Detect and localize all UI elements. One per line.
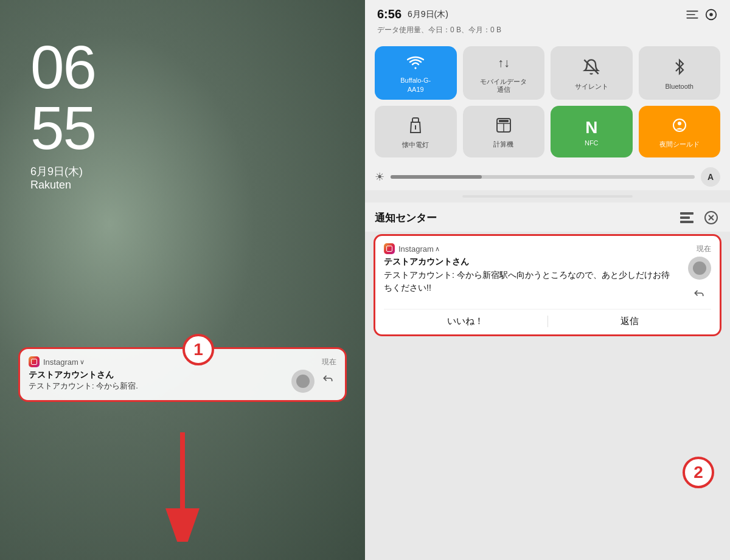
notif2-time: 現在 (697, 244, 711, 254)
notif-center-close-icon[interactable] (702, 209, 720, 227)
mobile-data-label: モバイルデータ通信 (480, 78, 527, 94)
notif2-reply-button[interactable] (690, 285, 707, 302)
quick-tiles-row2: 懐中電灯 計算機 N NFC (365, 106, 730, 164)
status-time: 6:56 (377, 7, 401, 21)
notif-center-list-icon[interactable] (678, 209, 696, 227)
svg-rect-2 (686, 10, 698, 12)
left-panel: 06 55 6月9日(木) Rakuten Instagram ∨ 現在 テスト… (0, 0, 365, 560)
notif2-text-area: テストアカウントさん テストアカウント: 今から新宿駅へ向かうところなので、あと… (384, 257, 676, 294)
status-date: 6月9日(木) (408, 9, 448, 20)
brightness-row: ☀ A (365, 164, 730, 190)
data-usage-bar: データ使用量、今日：0 B、今月：0 B (365, 24, 730, 40)
svg-rect-17 (680, 212, 693, 215)
settings-icon[interactable] (704, 8, 718, 21)
tile-flashlight[interactable]: 懐中電灯 (375, 106, 457, 157)
notif1-header: Instagram ∨ 現在 (29, 356, 336, 367)
svg-rect-3 (686, 14, 695, 15)
notif2-sender: テストアカウントさん (384, 257, 676, 268)
status-icons (686, 8, 718, 21)
brightness-icon: ☀ (375, 170, 384, 184)
tile-silent[interactable]: サイレント (551, 46, 633, 100)
bluetooth-label: Bluetooth (666, 82, 693, 91)
notif2-app-name: Instagram (398, 244, 434, 254)
notif2-message: テストアカウント: 今から新宿駅へ向かうところなので、あと少しだけお待ちください… (384, 269, 676, 294)
left-content: 06 55 6月9日(木) Rakuten (0, 0, 365, 192)
bluetooth-icon (673, 58, 686, 80)
notification-center-icons (678, 209, 720, 227)
swipe-down-arrow (164, 432, 201, 542)
like-button[interactable]: いいね！ (384, 316, 548, 327)
svg-rect-14 (499, 120, 509, 122)
divider (462, 195, 633, 198)
notif1-chevron: ∨ (80, 358, 85, 366)
notif1-body: テストアカウントさん テストアカウント: 今から新宿. (29, 370, 336, 393)
mobile-data-icon: ↑↓ (495, 55, 512, 75)
svg-rect-4 (686, 17, 698, 18)
notif2-chevron: ∧ (435, 245, 440, 253)
svg-rect-9 (412, 118, 419, 122)
notif2-avatar (688, 257, 711, 280)
calculator-label: 計算機 (493, 140, 513, 148)
notif1-text-area: テストアカウントさん テストアカウント: 今から新宿. (29, 370, 285, 392)
tile-bluetooth[interactable]: Bluetooth (639, 46, 721, 100)
notif1-time: 現在 (322, 357, 336, 367)
nfc-icon: N (585, 119, 597, 136)
nfc-label: NFC (585, 139, 599, 147)
silent-label: サイレント (575, 82, 608, 91)
calculator-icon (496, 117, 512, 137)
notif1-message: テストアカウント: 今から新宿. (29, 381, 285, 392)
notif2-body: テストアカウントさん テストアカウント: 今から新宿駅へ向かうところなので、あと… (384, 257, 711, 302)
data-usage-text: データ使用量、今日：0 B、今月：0 B (377, 26, 501, 34)
clock-hour: 06 (30, 36, 341, 97)
notification-center-header: 通知センター (365, 202, 730, 232)
carrier-display: Rakuten (30, 179, 341, 192)
brightness-bar[interactable] (391, 175, 695, 179)
notification-2[interactable]: Instagram ∧ 現在 テストアカウントさん テストアカウント: 今から新… (374, 234, 721, 336)
svg-rect-19 (680, 221, 693, 223)
badge-2: 2 (683, 457, 714, 488)
notif1-avatar (291, 370, 315, 393)
svg-rect-18 (680, 216, 690, 219)
wifi-icon (407, 55, 424, 74)
notif2-instagram-icon (384, 243, 395, 254)
notif1-app-name: Instagram (43, 358, 78, 367)
date-display: 6月9日(木) (30, 164, 341, 179)
quick-tiles-row1: Buffalo-G- AA19 ↑↓ モバイルデータ通信 サイレント (365, 40, 730, 106)
notif2-actions: いいね！ 返信 (384, 309, 711, 327)
svg-point-6 (709, 13, 713, 16)
flashlight-label: 懐中電灯 (402, 140, 429, 149)
tile-nfc[interactable]: N NFC (551, 106, 633, 157)
silent-icon (583, 58, 600, 80)
notif1-sender: テストアカウントさん (29, 370, 285, 381)
wifi-label: Buffalo-G- AA19 (400, 76, 431, 94)
night-shield-label: 夜間シールド (659, 140, 700, 148)
flashlight-icon (408, 117, 423, 138)
clock-minute: 55 (30, 97, 341, 158)
tile-calculator[interactable]: 計算機 (463, 106, 545, 157)
svg-text:↑↓: ↑↓ (498, 56, 510, 69)
tile-night-shield[interactable]: 夜間シールド (639, 106, 721, 157)
right-panel: 6:56 6月9日(木) データ使用量、今日：0 B、今月：0 B (365, 0, 730, 560)
tile-mobile-data[interactable]: ↑↓ モバイルデータ通信 (463, 46, 545, 100)
svg-point-16 (678, 122, 681, 125)
notification-center-title: 通知センター (375, 211, 678, 225)
font-size-button[interactable]: A (701, 167, 720, 187)
notif1-reply-button[interactable] (319, 370, 336, 387)
badge-1: 1 (182, 334, 214, 365)
notif2-header: Instagram ∧ 現在 (384, 243, 711, 254)
brightness-fill (391, 175, 482, 179)
reply-button[interactable]: 返信 (548, 316, 712, 327)
instagram-icon (29, 356, 40, 367)
notification-1[interactable]: Instagram ∨ 現在 テストアカウントさん テストアカウント: 今から新… (18, 347, 347, 402)
menu-icon (686, 10, 698, 19)
tile-wifi[interactable]: Buffalo-G- AA19 (375, 46, 457, 100)
night-shield-icon (671, 117, 688, 137)
status-bar: 6:56 6月9日(木) (365, 0, 730, 24)
